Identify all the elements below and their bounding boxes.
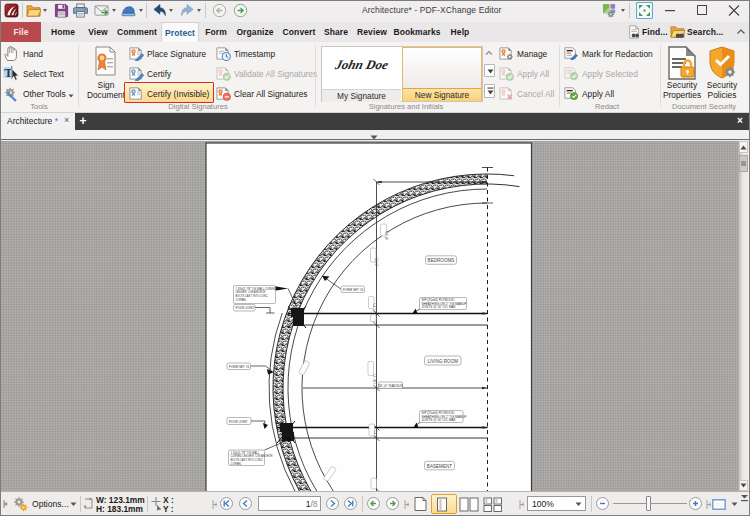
svg-text:LIVING ROOM: LIVING ROOM <box>427 359 458 364</box>
svg-text:(8'-2"): (8'-2") <box>385 232 389 240</box>
svg-text:JOISTS @ 16" O/C MAX: JOISTS @ 16" O/C MAX <box>422 418 456 422</box>
svg-text:CORBEL: CORBEL <box>236 298 248 302</box>
svg-text:BOLTS CAST INTO CONC: BOLTS CAST INTO CONC <box>231 458 263 462</box>
svg-text:(10'-1"): (10'-1") <box>373 374 377 384</box>
svg-text:POUR JOINT: POUR JOINT <box>229 420 248 424</box>
svg-text:FORM SET #6: FORM SET #6 <box>343 288 364 292</box>
svg-text:(2'-6"): (2'-6") <box>373 304 377 312</box>
svg-text:POUR JOINT: POUR JOINT <box>236 306 255 310</box>
svg-text:1 3/4x11 7/8" TGI WALL: 1 3/4x11 7/8" TGI WALL <box>231 451 260 455</box>
svg-text:CORBEL: CORBEL <box>231 462 243 466</box>
svg-text:BASEMENT: BASEMENT <box>427 464 452 469</box>
svg-text:16'-0" RADIUS: 16'-0" RADIUS <box>378 384 404 388</box>
svg-text:JOISTS @ 16" O/C MAX: JOISTS @ 16" O/C MAX <box>422 305 456 309</box>
svg-text:BOLTS CAST INTO CONC: BOLTS CAST INTO CONC <box>236 294 268 298</box>
svg-text:(9'-1"): (9'-1") <box>375 258 379 266</box>
svg-text:1 3/4x11 7/8" TGI WALL CURVED: 1 3/4x11 7/8" TGI WALL CURVED <box>236 287 277 291</box>
svg-text:BEDROOMS: BEDROOMS <box>428 258 455 263</box>
svg-text:FORM SET #6: FORM SET #6 <box>229 365 250 369</box>
svg-text:LEDGER, C/W ANCHOR: LEDGER, C/W ANCHOR <box>236 290 266 294</box>
svg-text:(2'-6"): (2'-6") <box>374 431 378 439</box>
svg-text:CURVED LEDGER, C/W ANCHOR: CURVED LEDGER, C/W ANCHOR <box>231 454 273 458</box>
